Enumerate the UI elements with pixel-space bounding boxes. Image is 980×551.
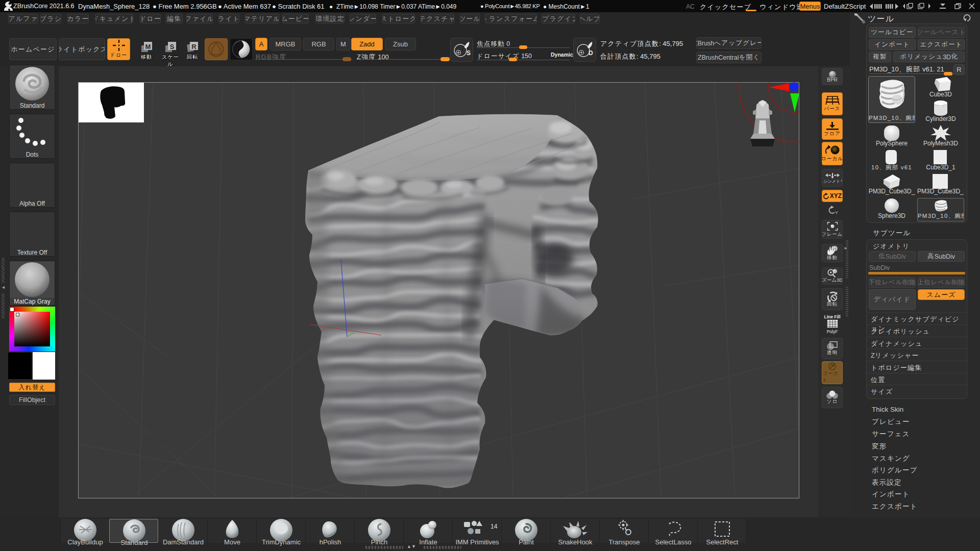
- svg-text:R: R: [191, 43, 197, 51]
- svg-text:D: D: [589, 49, 593, 57]
- svg-text:Y: Y: [835, 210, 838, 215]
- svg-text:M: M: [145, 43, 151, 51]
- svg-text:S: S: [170, 43, 175, 51]
- svg-text:S: S: [467, 49, 471, 57]
